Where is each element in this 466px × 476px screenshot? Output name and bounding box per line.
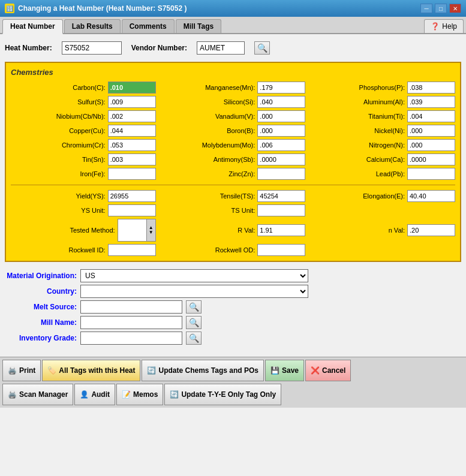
- tin-input[interactable]: [108, 153, 156, 165]
- phosphorus-label: Phosphorus(P):: [357, 84, 405, 91]
- rockwell-od-label: Rockwell OD:: [213, 246, 255, 254]
- vanadium-label: Vanadium(V):: [207, 113, 255, 120]
- melt-source-input[interactable]: [80, 300, 182, 314]
- minimize-button[interactable]: ─: [420, 4, 432, 13]
- bottom-buttons-row2: 🖨️ Scan Manager 👤 Audit 📝 Memos 🔄 Update…: [0, 384, 466, 408]
- heat-number-label: Heat Number:: [5, 44, 52, 52]
- rockwell-od-input[interactable]: [257, 244, 305, 256]
- manganese-input[interactable]: [257, 82, 305, 94]
- country-select[interactable]: [80, 285, 308, 298]
- close-button[interactable]: ✕: [449, 4, 461, 13]
- help-icon: ❓: [431, 22, 440, 31]
- chem-niobium: Niobium(Cb/Nb):: [11, 110, 156, 122]
- melt-source-row: Melt Source: 🔍: [5, 300, 461, 314]
- titanium-label: Titanium(Ti):: [357, 113, 405, 120]
- vanadium-input[interactable]: [257, 110, 305, 122]
- lead-label: Lead(Pb):: [357, 170, 405, 177]
- copper-input[interactable]: [108, 125, 156, 137]
- scan-manager-button[interactable]: 🖨️ Scan Manager: [2, 384, 73, 405]
- aluminum-input[interactable]: [407, 96, 455, 108]
- r-val-input[interactable]: [257, 224, 305, 236]
- tensile-input[interactable]: [257, 190, 305, 202]
- antimony-input[interactable]: [257, 153, 305, 165]
- maximize-button[interactable]: □: [435, 4, 447, 13]
- heat-number-input[interactable]: [62, 41, 122, 55]
- print-button[interactable]: 🖨️ Print: [2, 360, 41, 381]
- inventory-grade-label: Inventory Grade:: [5, 334, 77, 342]
- material-origination-row: Material Origination: US Foreign: [5, 269, 461, 282]
- tab-lab-results[interactable]: Lab Results: [64, 19, 121, 33]
- tab-comments[interactable]: Comments: [122, 19, 175, 33]
- update-tye-button[interactable]: 🔄 Update T-Y-E Only Tag Only: [164, 384, 281, 405]
- niobium-input[interactable]: [108, 110, 156, 122]
- carbon-input[interactable]: [108, 82, 156, 94]
- r-val-row: R Val:: [161, 219, 306, 242]
- nickel-label: Nickel(Ni):: [357, 127, 405, 134]
- molybdenum-input[interactable]: [257, 139, 305, 151]
- mill-name-search-button[interactable]: 🔍: [186, 316, 202, 329]
- zinc-label: Zinc(Zn):: [207, 170, 255, 177]
- rockwell-id-input[interactable]: [108, 244, 156, 256]
- tab-mill-tags[interactable]: Mill Tags: [176, 19, 221, 33]
- mechanical-grid: Yield(YS): Tensile(TS): Elongation(E): Y…: [11, 190, 455, 256]
- cancel-icon: ❌: [311, 366, 320, 375]
- n-val-label: n Val:: [363, 227, 405, 234]
- material-origination-select[interactable]: US Foreign: [80, 269, 308, 282]
- ys-unit-input[interactable]: [108, 204, 156, 216]
- lead-input[interactable]: [407, 168, 455, 180]
- chem-copper: Copper(Cu):: [11, 125, 156, 137]
- print-icon: 🖨️: [8, 366, 17, 375]
- n-val-input[interactable]: [407, 224, 455, 236]
- calcium-input[interactable]: [407, 153, 455, 165]
- rockwell-id-label: Rockwell ID:: [64, 246, 106, 254]
- memos-button[interactable]: 📝 Memos: [116, 384, 163, 405]
- phosphorus-input[interactable]: [407, 82, 455, 94]
- mill-name-input[interactable]: [80, 316, 182, 329]
- chem-zinc: Zinc(Zn):: [161, 168, 306, 180]
- all-tags-button[interactable]: 🏷️ All Tags with this Heat: [42, 360, 140, 381]
- chemistries-section: Chemstries Carbon(C): Manganese(Mn): Pho…: [5, 62, 461, 262]
- yield-row: Yield(YS):: [11, 190, 156, 202]
- molybdenum-label: Molybdenum(Mo):: [202, 141, 255, 149]
- nitrogen-input[interactable]: [407, 139, 455, 151]
- cancel-button[interactable]: ❌ Cancel: [305, 360, 351, 381]
- vendor-number-input[interactable]: [197, 41, 245, 55]
- update-chems-button[interactable]: 🔄 Update Chems Tags and POs: [142, 360, 263, 381]
- chem-titanium: Titanium(Ti):: [310, 110, 455, 122]
- sulfur-input[interactable]: [108, 96, 156, 108]
- elongation-input[interactable]: [407, 190, 455, 202]
- chem-nickel: Nickel(Ni):: [310, 125, 455, 137]
- chem-phosphorus: Phosphorus(P):: [310, 82, 455, 94]
- inventory-grade-input[interactable]: [80, 332, 182, 345]
- iron-input[interactable]: [108, 168, 156, 180]
- inventory-grade-search-button[interactable]: 🔍: [186, 332, 202, 345]
- country-label: Country:: [5, 287, 77, 296]
- calcium-label: Calcium(Ca):: [357, 156, 405, 163]
- boron-input[interactable]: [257, 125, 305, 137]
- chem-calcium: Calcium(Ca):: [310, 153, 455, 165]
- iron-label: Iron(Fe):: [58, 170, 106, 177]
- chem-aluminum: Aluminum(Al):: [310, 96, 455, 108]
- n-val-row: n Val:: [310, 219, 455, 242]
- tab-bar: Heat Number Lab Results Comments Mill Ta…: [0, 17, 466, 34]
- vendor-search-button[interactable]: 🔍: [254, 41, 270, 55]
- app-icon: 🔢: [5, 4, 14, 13]
- chemistries-title: Chemstries: [11, 68, 455, 77]
- heat-number-row: Heat Number: Vendor Number: 🔍: [5, 39, 461, 57]
- save-button[interactable]: 💾 Save: [265, 360, 304, 381]
- nickel-input[interactable]: [407, 125, 455, 137]
- chromium-input[interactable]: [108, 139, 156, 151]
- tab-heat-number[interactable]: Heat Number: [2, 19, 63, 34]
- zinc-input[interactable]: [257, 168, 305, 180]
- audit-button[interactable]: 👤 Audit: [74, 384, 115, 405]
- melt-source-search-button[interactable]: 🔍: [186, 300, 202, 314]
- main-content: Heat Number: Vendor Number: 🔍 Chemstries…: [0, 34, 466, 357]
- chem-vanadium: Vanadium(V):: [161, 110, 306, 122]
- ts-unit-input[interactable]: [257, 204, 305, 216]
- titanium-input[interactable]: [407, 110, 455, 122]
- yield-input[interactable]: [108, 190, 156, 202]
- silicon-input[interactable]: [257, 96, 305, 108]
- method-arrows[interactable]: ▲ ▼: [146, 219, 156, 242]
- help-button[interactable]: ❓ Help: [424, 19, 464, 33]
- audit-icon: 👤: [80, 390, 89, 399]
